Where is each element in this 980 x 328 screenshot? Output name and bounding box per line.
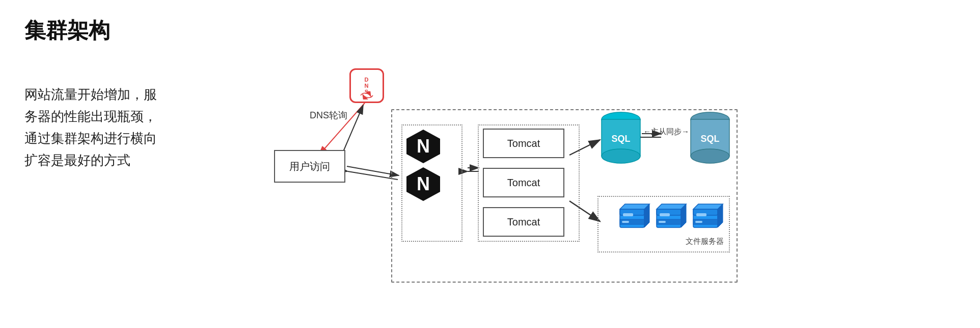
svg-rect-44 <box>695 221 702 223</box>
user-box: 用户访问 <box>274 150 345 183</box>
svg-point-24 <box>691 149 729 163</box>
svg-rect-42 <box>696 213 706 216</box>
tomcat-box-1: Tomcat <box>483 129 564 158</box>
dns-icon: DNS <box>349 68 384 103</box>
file-server-area: 文件服务器 <box>597 196 730 253</box>
file-server-icon-3 <box>691 202 724 235</box>
svg-rect-28 <box>623 213 633 216</box>
svg-text:SQL: SQL <box>611 134 630 144</box>
left-description: 网站流量开始增加，服务器的性能出现瓶颈，通过集群架构进行横向扩容是最好的方式 <box>24 84 162 171</box>
tomcat-box-3: Tomcat <box>483 207 564 237</box>
sync-label: ←主从同步→ <box>643 127 689 137</box>
tomcat-label-2: Tomcat <box>507 177 540 189</box>
nginx-icon-2: N <box>405 166 441 210</box>
page-title: 集群架构 <box>24 16 956 45</box>
user-box-label: 用户访问 <box>289 160 330 173</box>
svg-line-7 <box>348 171 398 180</box>
file-server-label: 文件服务器 <box>686 237 724 246</box>
nginx-icon-1: N <box>405 129 441 172</box>
svg-text:SQL: SQL <box>700 134 719 144</box>
svg-text:N: N <box>417 173 430 194</box>
diagram-area: DNS DNS轮询 用户访问 <box>193 63 956 298</box>
content-row: 网站流量开始增加，服务器的性能出现瓶颈，通过集群架构进行横向扩容是最好的方式 <box>24 63 956 312</box>
sql-primary-cylinder: SQL <box>600 110 642 164</box>
sql-secondary-cylinder: SQL <box>689 110 731 164</box>
file-server-icon-2 <box>655 202 687 235</box>
svg-text:N: N <box>417 136 430 157</box>
svg-rect-37 <box>659 221 666 223</box>
svg-rect-30 <box>622 221 629 223</box>
tomcat-label-3: Tomcat <box>507 216 540 228</box>
architecture-diagram: DNS DNS轮询 用户访问 <box>193 68 753 288</box>
svg-point-20 <box>602 149 640 163</box>
tomcat-box-2: Tomcat <box>483 168 564 197</box>
dns-circular-arrows <box>359 91 375 99</box>
sql-primary-container: SQL <box>600 110 642 166</box>
sync-text: ←主从同步→ <box>643 127 689 136</box>
dns-label: DNS轮询 <box>310 109 347 121</box>
svg-rect-35 <box>660 213 670 216</box>
file-icons-row <box>618 202 724 235</box>
page: 集群架构 网站流量开始增加，服务器的性能出现瓶颈，通过集群架构进行横向扩容是最好… <box>0 0 980 328</box>
sql-secondary-container: SQL <box>689 110 731 166</box>
tomcat-label-1: Tomcat <box>507 138 540 149</box>
file-server-icon-1 <box>618 202 650 235</box>
